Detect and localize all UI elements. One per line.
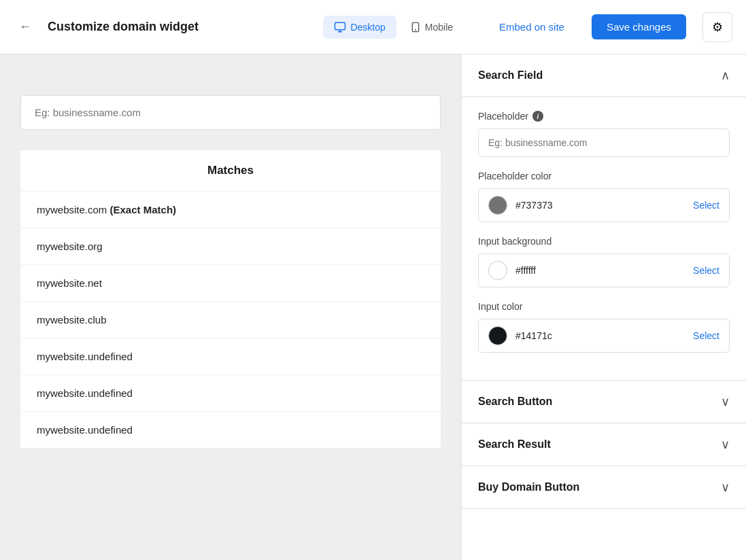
embed-on-site-button[interactable]: Embed on site [488,16,575,38]
input-bg-color-row[interactable]: #ffffff Select [478,253,730,287]
settings-panel: Search Field ∧ Placeholder i Placeholder… [461,54,746,560]
desktop-icon [334,21,346,33]
domain-name: mywebsite.undefined [37,387,133,399]
desktop-view-button[interactable]: Desktop [323,16,396,39]
input-color-row[interactable]: #14171c Select [478,319,730,353]
input-color-hex: #14171c [515,330,693,341]
list-item: mywebsite.org [20,228,441,265]
search-result-title: Search Result [478,438,551,451]
input-bg-color-hex: #ffffff [515,265,693,276]
chevron-down-icon: ∨ [721,394,730,409]
list-item: mywebsite.undefined [20,338,441,375]
preview-panel: Eg: businessname.com Matches mywebsite.c… [0,54,461,560]
app-header: ← Customize domain widget Desktop Mobile… [0,0,746,54]
input-bg-color-select-button[interactable]: Select [693,265,719,276]
input-color-swatch [488,326,507,345]
search-preview-input: Eg: businessname.com [20,95,441,130]
search-field-section-header[interactable]: Search Field ∧ [462,54,746,97]
buy-domain-button-section-header[interactable]: Buy Domain Button ∨ [462,466,746,509]
back-button[interactable]: ← [14,17,37,37]
exact-match-badge: (Exact Match) [110,204,177,215]
search-button-title: Search Button [478,396,552,408]
search-field-title: Search Field [478,69,543,82]
mobile-view-button[interactable]: Mobile [399,16,464,39]
page-title: Customize domain widget [48,20,312,34]
settings-gear-button[interactable]: ⚙ [702,12,732,42]
save-changes-button[interactable]: Save changes [592,14,686,39]
search-button-section-header[interactable]: Search Button ∨ [462,381,746,423]
domain-name: mywebsite.undefined [37,351,133,362]
search-result-section-header[interactable]: Search Result ∨ [462,423,746,466]
svg-rect-0 [335,22,345,30]
chevron-down-icon: ∨ [721,480,730,495]
input-color-label: Input color [478,301,730,312]
domain-name: mywebsite.undefined [37,424,133,436]
domain-name: mywebsite.com [37,204,107,215]
placeholder-color-select-button[interactable]: Select [693,200,719,211]
main-content: Eg: businessname.com Matches mywebsite.c… [0,54,746,560]
info-icon: i [532,111,543,122]
list-item: mywebsite.club [20,302,441,338]
list-item: mywebsite.net [20,265,441,302]
domain-name: mywebsite.net [37,277,102,289]
view-toggle: Desktop Mobile [323,16,464,39]
buy-domain-button-title: Buy Domain Button [478,481,579,493]
input-color-select-button[interactable]: Select [693,330,719,341]
matches-section: Matches mywebsite.com (Exact Match) mywe… [20,150,441,448]
list-item: mywebsite.undefined [20,375,441,412]
list-item: mywebsite.undefined [20,412,441,448]
placeholder-input[interactable] [478,128,730,157]
placeholder-color-label: Placeholder color [478,171,730,181]
input-bg-label: Input background [478,236,730,247]
gear-icon: ⚙ [712,20,723,35]
placeholder-label: Placeholder i [478,111,730,122]
placeholder-color-row[interactable]: #737373 Select [478,188,730,222]
search-field-body: Placeholder i Placeholder color #737373 … [462,97,746,381]
domain-name: mywebsite.org [37,241,103,252]
list-item: mywebsite.com (Exact Match) [20,192,441,228]
input-bg-color-swatch [488,261,507,280]
chevron-up-icon: ∧ [721,68,730,83]
domain-name: mywebsite.club [37,314,107,326]
placeholder-color-hex: #737373 [515,200,693,211]
mobile-icon [410,21,421,33]
placeholder-color-swatch [488,196,507,215]
matches-title: Matches [20,150,441,192]
chevron-down-icon: ∨ [721,437,730,452]
